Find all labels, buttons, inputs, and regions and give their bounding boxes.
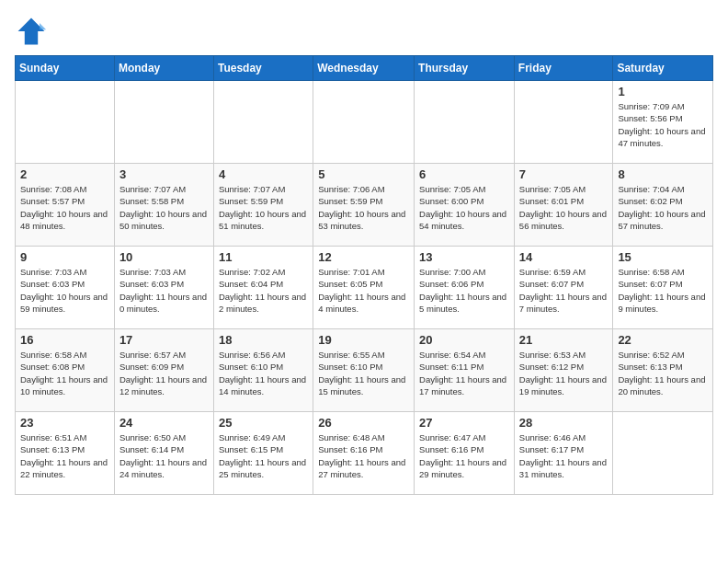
calendar-cell: 20Sunrise: 6:54 AM Sunset: 6:11 PM Dayli…	[415, 329, 515, 412]
day-number: 17	[119, 333, 209, 347]
calendar-week-5: 23Sunrise: 6:51 AM Sunset: 6:13 PM Dayli…	[16, 412, 713, 495]
day-number: 10	[119, 250, 209, 264]
day-number: 13	[419, 250, 509, 264]
calendar-cell: 11Sunrise: 7:02 AM Sunset: 6:04 PM Dayli…	[213, 247, 313, 329]
day-number: 22	[618, 333, 708, 347]
calendar-cell	[213, 81, 313, 164]
day-info: Sunrise: 7:09 AM Sunset: 5:56 PM Dayligh…	[618, 100, 708, 149]
day-info: Sunrise: 7:03 AM Sunset: 6:03 PM Dayligh…	[20, 266, 109, 315]
calendar-week-2: 2Sunrise: 7:08 AM Sunset: 5:57 PM Daylig…	[16, 164, 713, 247]
day-number: 21	[519, 333, 609, 347]
day-number: 19	[318, 333, 409, 347]
header-cell-friday: Friday	[514, 56, 613, 81]
calendar-cell: 10Sunrise: 7:03 AM Sunset: 6:03 PM Dayli…	[114, 247, 213, 329]
calendar-cell: 7Sunrise: 7:05 AM Sunset: 6:01 PM Daylig…	[514, 164, 613, 247]
day-info: Sunrise: 7:01 AM Sunset: 6:05 PM Dayligh…	[318, 266, 409, 315]
calendar-cell: 5Sunrise: 7:06 AM Sunset: 5:59 PM Daylig…	[313, 164, 415, 247]
calendar-cell: 16Sunrise: 6:58 AM Sunset: 6:08 PM Dayli…	[16, 329, 115, 412]
calendar-cell: 9Sunrise: 7:03 AM Sunset: 6:03 PM Daylig…	[16, 247, 115, 329]
day-info: Sunrise: 7:07 AM Sunset: 5:59 PM Dayligh…	[219, 183, 308, 232]
calendar-cell: 4Sunrise: 7:07 AM Sunset: 5:59 PM Daylig…	[213, 164, 313, 247]
day-number: 27	[419, 416, 509, 430]
header-cell-sunday: Sunday	[16, 56, 115, 81]
calendar-cell: 19Sunrise: 6:55 AM Sunset: 6:10 PM Dayli…	[313, 329, 415, 412]
calendar-cell: 3Sunrise: 7:07 AM Sunset: 5:58 PM Daylig…	[114, 164, 213, 247]
day-number: 2	[20, 167, 109, 181]
calendar-cell: 6Sunrise: 7:05 AM Sunset: 6:00 PM Daylig…	[415, 164, 515, 247]
calendar-cell: 24Sunrise: 6:50 AM Sunset: 6:14 PM Dayli…	[114, 412, 213, 495]
day-info: Sunrise: 6:59 AM Sunset: 6:07 PM Dayligh…	[519, 266, 609, 315]
day-info: Sunrise: 6:51 AM Sunset: 6:13 PM Dayligh…	[20, 431, 109, 480]
day-info: Sunrise: 6:55 AM Sunset: 6:10 PM Dayligh…	[318, 349, 409, 397]
day-number: 25	[219, 416, 308, 430]
calendar-cell: 8Sunrise: 7:04 AM Sunset: 6:02 PM Daylig…	[613, 164, 713, 247]
day-info: Sunrise: 7:02 AM Sunset: 6:04 PM Dayligh…	[219, 266, 308, 315]
day-number: 6	[419, 167, 509, 181]
calendar-week-4: 16Sunrise: 6:58 AM Sunset: 6:08 PM Dayli…	[16, 329, 713, 412]
day-number: 9	[20, 250, 109, 264]
calendar-week-1: 1Sunrise: 7:09 AM Sunset: 5:56 PM Daylig…	[16, 81, 713, 164]
day-info: Sunrise: 6:56 AM Sunset: 6:10 PM Dayligh…	[219, 349, 308, 397]
day-number: 28	[519, 416, 609, 430]
calendar-cell	[114, 81, 213, 164]
day-info: Sunrise: 6:58 AM Sunset: 6:07 PM Dayligh…	[618, 266, 708, 315]
day-info: Sunrise: 7:00 AM Sunset: 6:06 PM Dayligh…	[419, 266, 509, 315]
calendar-cell: 22Sunrise: 6:52 AM Sunset: 6:13 PM Dayli…	[613, 329, 713, 412]
calendar-table: SundayMondayTuesdayWednesdayThursdayFrid…	[15, 55, 713, 495]
day-number: 11	[219, 250, 308, 264]
calendar-cell	[313, 81, 415, 164]
day-number: 5	[318, 167, 409, 181]
header-cell-thursday: Thursday	[415, 56, 515, 81]
day-number: 4	[219, 167, 308, 181]
day-info: Sunrise: 7:03 AM Sunset: 6:03 PM Dayligh…	[119, 266, 209, 315]
day-number: 15	[618, 250, 708, 264]
calendar-cell: 28Sunrise: 6:46 AM Sunset: 6:17 PM Dayli…	[514, 412, 613, 495]
day-info: Sunrise: 6:53 AM Sunset: 6:12 PM Dayligh…	[519, 349, 609, 397]
day-info: Sunrise: 7:04 AM Sunset: 6:02 PM Dayligh…	[618, 183, 708, 232]
calendar-cell: 18Sunrise: 6:56 AM Sunset: 6:10 PM Dayli…	[213, 329, 313, 412]
day-number: 3	[119, 167, 209, 181]
day-info: Sunrise: 6:47 AM Sunset: 6:16 PM Dayligh…	[419, 431, 509, 480]
header-cell-wednesday: Wednesday	[313, 56, 415, 81]
header-cell-tuesday: Tuesday	[213, 56, 313, 81]
calendar-week-3: 9Sunrise: 7:03 AM Sunset: 6:03 PM Daylig…	[16, 247, 713, 329]
day-info: Sunrise: 6:58 AM Sunset: 6:08 PM Dayligh…	[20, 349, 109, 397]
day-info: Sunrise: 7:05 AM Sunset: 6:01 PM Dayligh…	[519, 183, 609, 232]
day-info: Sunrise: 7:05 AM Sunset: 6:00 PM Dayligh…	[419, 183, 509, 232]
calendar-cell	[16, 81, 115, 164]
day-number: 1	[618, 85, 708, 98]
day-number: 8	[618, 167, 708, 181]
page-header	[15, 15, 713, 48]
calendar-cell	[613, 412, 713, 495]
day-number: 12	[318, 250, 409, 264]
calendar-cell: 17Sunrise: 6:57 AM Sunset: 6:09 PM Dayli…	[114, 329, 213, 412]
calendar-cell: 25Sunrise: 6:49 AM Sunset: 6:15 PM Dayli…	[213, 412, 313, 495]
logo	[15, 15, 51, 48]
day-info: Sunrise: 6:52 AM Sunset: 6:13 PM Dayligh…	[618, 349, 708, 397]
day-info: Sunrise: 6:48 AM Sunset: 6:16 PM Dayligh…	[318, 431, 409, 480]
calendar-header-row: SundayMondayTuesdayWednesdayThursdayFrid…	[16, 56, 713, 81]
day-info: Sunrise: 7:08 AM Sunset: 5:57 PM Dayligh…	[20, 183, 109, 232]
calendar-cell: 23Sunrise: 6:51 AM Sunset: 6:13 PM Dayli…	[16, 412, 115, 495]
calendar-cell	[415, 81, 515, 164]
calendar-cell: 21Sunrise: 6:53 AM Sunset: 6:12 PM Dayli…	[514, 329, 613, 412]
day-info: Sunrise: 6:50 AM Sunset: 6:14 PM Dayligh…	[119, 431, 209, 480]
day-number: 20	[419, 333, 509, 347]
calendar-cell: 1Sunrise: 7:09 AM Sunset: 5:56 PM Daylig…	[613, 81, 713, 164]
svg-marker-0	[18, 18, 45, 45]
calendar-cell: 13Sunrise: 7:00 AM Sunset: 6:06 PM Dayli…	[415, 247, 515, 329]
calendar-cell: 2Sunrise: 7:08 AM Sunset: 5:57 PM Daylig…	[16, 164, 115, 247]
day-number: 24	[119, 416, 209, 430]
calendar-cell	[514, 81, 613, 164]
day-number: 7	[519, 167, 609, 181]
day-info: Sunrise: 6:54 AM Sunset: 6:11 PM Dayligh…	[419, 349, 509, 397]
calendar-cell: 27Sunrise: 6:47 AM Sunset: 6:16 PM Dayli…	[415, 412, 515, 495]
day-info: Sunrise: 7:06 AM Sunset: 5:59 PM Dayligh…	[318, 183, 409, 232]
day-number: 18	[219, 333, 308, 347]
day-info: Sunrise: 6:49 AM Sunset: 6:15 PM Dayligh…	[219, 431, 308, 480]
calendar-cell: 12Sunrise: 7:01 AM Sunset: 6:05 PM Dayli…	[313, 247, 415, 329]
day-number: 16	[20, 333, 109, 347]
calendar-cell: 15Sunrise: 6:58 AM Sunset: 6:07 PM Dayli…	[613, 247, 713, 329]
day-info: Sunrise: 7:07 AM Sunset: 5:58 PM Dayligh…	[119, 183, 209, 232]
calendar-cell: 26Sunrise: 6:48 AM Sunset: 6:16 PM Dayli…	[313, 412, 415, 495]
